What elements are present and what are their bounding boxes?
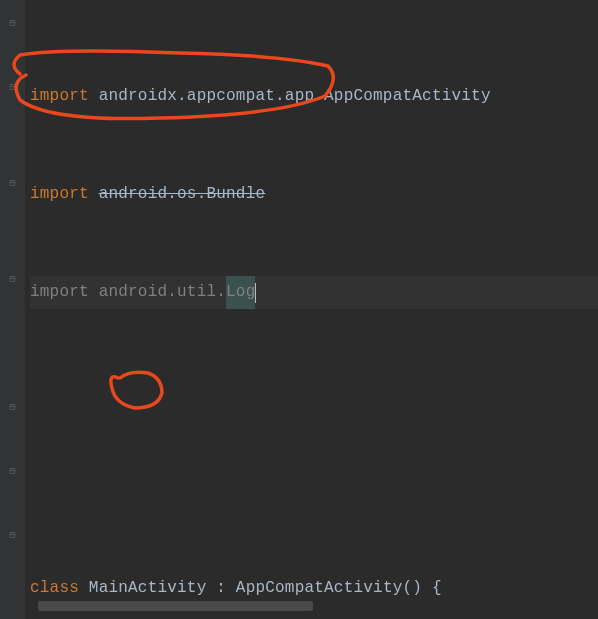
fold-icon[interactable] <box>7 369 19 381</box>
fold-icon[interactable] <box>7 209 19 221</box>
keyword-gray: import <box>30 276 89 309</box>
fold-icon[interactable]: ⊟ <box>7 177 19 189</box>
fold-icon[interactable] <box>7 497 19 509</box>
code-area[interactable]: import androidx.appcompat.app.AppCompatA… <box>25 0 598 619</box>
fold-icon[interactable]: ⊟ <box>7 273 19 285</box>
gutter: ⊟ ⊟ ⊟ ⊟ ⊟ ⊟ ⊟ <box>0 0 25 619</box>
fold-icon[interactable] <box>7 49 19 61</box>
import-path-gray: android.util. <box>99 276 226 309</box>
import-path-unused: android.os.Bundle <box>99 178 266 211</box>
empty-line[interactable] <box>30 473 598 506</box>
keyword: import <box>30 178 89 211</box>
keyword: class <box>30 572 79 605</box>
fold-icon[interactable] <box>7 145 19 157</box>
fold-icon[interactable]: ⊟ <box>7 81 19 93</box>
extends-name: AppCompatActivity <box>236 572 403 605</box>
fold-icon[interactable]: ⊟ <box>7 401 19 413</box>
class-name: MainActivity <box>89 572 207 605</box>
fold-icon[interactable] <box>7 241 19 253</box>
fold-icon[interactable]: ⊟ <box>7 465 19 477</box>
fold-icon[interactable] <box>7 305 19 317</box>
fold-icon[interactable] <box>7 337 19 349</box>
editor-container: ⊟ ⊟ ⊟ ⊟ ⊟ ⊟ ⊟ import androidx.appcompat.… <box>0 0 598 619</box>
horizontal-scrollbar[interactable] <box>38 601 313 611</box>
fold-icon[interactable]: ⊟ <box>7 529 19 541</box>
keyword: import <box>30 80 89 113</box>
code-line[interactable]: class MainActivity : AppCompatActivity()… <box>30 572 598 605</box>
empty-line[interactable] <box>30 375 598 408</box>
text-caret <box>255 283 256 303</box>
code-line-current[interactable]: import android.util.Log <box>30 276 598 309</box>
import-class-highlight: Log <box>226 276 255 309</box>
code-line[interactable]: import android.os.Bundle <box>30 178 598 211</box>
fold-icon[interactable] <box>7 113 19 125</box>
code-line[interactable]: import androidx.appcompat.app.AppCompatA… <box>30 80 598 113</box>
import-path: androidx.appcompat.app.AppCompatActivity <box>99 80 491 113</box>
fold-icon[interactable]: ⊟ <box>7 17 19 29</box>
fold-icon[interactable] <box>7 433 19 445</box>
